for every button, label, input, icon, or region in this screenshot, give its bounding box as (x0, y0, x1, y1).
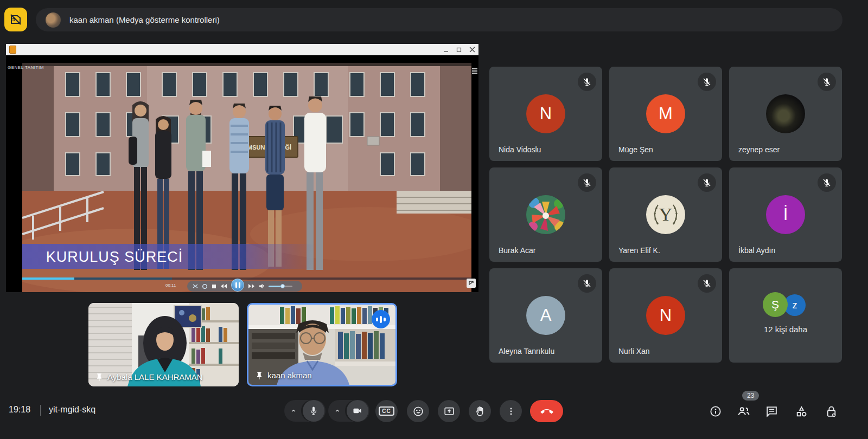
mic-options-chevron-up-icon[interactable] (284, 407, 303, 415)
participant-name: Yaren Elif K. (618, 246, 660, 255)
overflow-tile[interactable]: Ş z 12 kişi daha (729, 268, 842, 363)
presenter-label: kaan akman (Medya gösterme kontrolleri) (69, 15, 220, 24)
avatar: İ (766, 195, 805, 234)
mic-off-icon (578, 274, 596, 293)
host-controls-button[interactable] (824, 404, 838, 418)
participant-name: Müge Şen (618, 145, 653, 154)
mic-off-icon (698, 73, 716, 91)
meeting-details-button[interactable] (709, 404, 723, 418)
participant-tile-muge[interactable]: M Müge Şen (609, 67, 722, 161)
participant-name: Nurli Xan (618, 347, 650, 356)
meeting-code: yit-mgid-skq (49, 405, 95, 415)
emoji-reactions-button[interactable] (407, 400, 429, 422)
video-scene: SAMSUN VALİLİĞİ (22, 55, 471, 292)
mic-off-icon (818, 173, 836, 192)
shuffle-icon (193, 283, 198, 289)
video-overlay-caption: GENEL TANITIM (8, 65, 44, 70)
video-elapsed-time: 00:11 (165, 283, 176, 288)
shared-video-content: SAMSUN VALİLİĞİ (6, 55, 478, 292)
present-screen-icon (443, 405, 455, 417)
shared-screen-tile[interactable]: SAMSUN VALİLİĞİ (6, 44, 478, 292)
divider (40, 405, 41, 416)
people-panel-button[interactable] (737, 404, 751, 418)
activities-button[interactable] (794, 404, 808, 418)
captions-button[interactable]: CC (375, 400, 398, 422)
presenter-avatar (46, 12, 61, 28)
participant-name: Aleyna Tanrıkulu (499, 347, 554, 356)
end-call-button[interactable] (530, 400, 563, 422)
camera-control-group (328, 400, 369, 422)
media-blocked-button[interactable] (4, 8, 27, 31)
presenter-pill[interactable]: kaan akman (Medya gösterme kontrolleri) (36, 8, 843, 31)
shared-window-titlebar (6, 44, 478, 55)
pause-button-icon (231, 279, 244, 292)
avatar-monogram-wreath: Y (646, 195, 685, 234)
overflow-avatar: Ş (763, 292, 788, 317)
mic-control-group (284, 400, 326, 422)
repeat-icon (202, 283, 208, 289)
avatar-photo-dark (766, 94, 805, 133)
avatar: M (646, 94, 685, 133)
video-tile-kaan[interactable]: kaan akman (247, 303, 397, 386)
participant-name: Burak Acar (499, 246, 535, 255)
raise-hand-button[interactable] (469, 400, 491, 422)
window-minimize-icon (443, 47, 449, 53)
info-icon (709, 405, 722, 418)
emoji-icon (412, 405, 424, 417)
activities-icon (795, 405, 808, 418)
participant-name: kaan akman (267, 371, 312, 380)
volume-slider (269, 286, 292, 287)
people-icon (737, 404, 751, 418)
video-title-text: KURULUŞ SÜRECİ (46, 248, 183, 265)
raise-hand-icon (474, 405, 486, 417)
avatar: A (526, 296, 565, 335)
chat-panel-button[interactable] (764, 404, 778, 418)
rewind-icon (220, 283, 227, 289)
avatar-photo-flower (526, 195, 565, 234)
speaker-icon (259, 283, 265, 289)
participant-tile-burak[interactable]: Burak Acar (489, 167, 602, 262)
participant-count-badge: 23 (742, 391, 759, 401)
speaking-indicator (372, 310, 390, 328)
participant-name: zeynep eser (738, 145, 780, 154)
participant-name: Nida Vidoslu (499, 145, 541, 154)
participant-tile-yaren[interactable]: Y Yaren Elif K. (609, 167, 722, 262)
avatar: N (526, 94, 565, 133)
participant-name: Aybala LALE KAHRAMAN (107, 372, 203, 382)
overflow-label: 12 kişi daha (729, 325, 842, 334)
participant-tile-nurli[interactable]: N Nurli Xan (609, 268, 722, 363)
mic-off-icon (818, 73, 836, 91)
mic-off-icon (698, 173, 716, 192)
participant-tile-zeynep[interactable]: zeynep eser (729, 67, 842, 161)
captions-icon: CC (379, 406, 394, 416)
media-player-app-icon (9, 46, 16, 54)
clock: 19:18 (9, 405, 30, 415)
end-call-icon (540, 405, 553, 418)
player-menu-icon (472, 68, 477, 74)
popout-icon (467, 279, 476, 288)
present-screen-button[interactable] (438, 400, 460, 422)
chat-icon (765, 405, 778, 418)
camera-button[interactable] (347, 400, 368, 422)
mic-off-icon (578, 173, 596, 192)
window-maximize-icon (456, 47, 462, 53)
video-progress-fill (22, 277, 74, 280)
host-lock-icon (825, 405, 838, 418)
mic-off-icon (578, 73, 596, 91)
participant-tile-ikbal[interactable]: İ İkbal Aydın (729, 167, 842, 262)
participant-tile-nida[interactable]: N Nida Vidoslu (489, 67, 602, 161)
media-blocked-icon (9, 13, 22, 26)
microphone-button[interactable] (303, 400, 324, 422)
mic-off-icon (698, 274, 716, 293)
stop-icon (212, 284, 216, 289)
camera-options-chevron-up-icon[interactable] (328, 407, 347, 415)
pin-icon (255, 371, 264, 380)
participant-tile-aleyna[interactable]: A Aleyna Tanrıkulu (489, 268, 602, 363)
fast-forward-icon (248, 283, 255, 289)
more-options-button[interactable] (500, 400, 522, 422)
video-tile-aybala[interactable]: Aybala LALE KAHRAMAN (88, 303, 239, 386)
window-close-icon (469, 47, 475, 53)
participant-name: İkbal Aydın (738, 246, 775, 255)
media-player-controls (187, 281, 302, 292)
more-options-icon (506, 406, 516, 417)
